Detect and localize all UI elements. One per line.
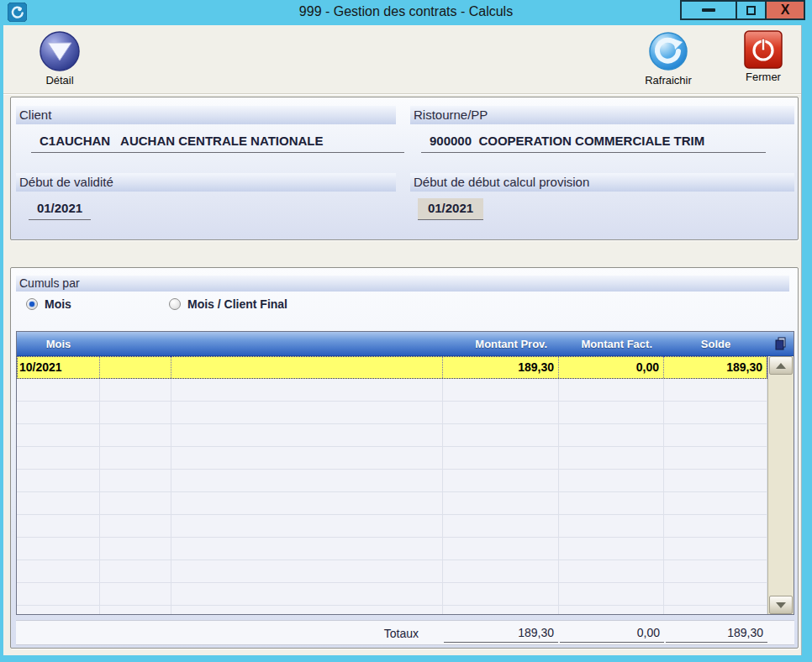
ristourne-field[interactable]: 900000 COOPERATION COMMERCIALE TRIM <box>421 131 766 153</box>
table-row-empty[interactable] <box>17 424 767 447</box>
cell <box>171 538 443 560</box>
cell <box>171 492 443 514</box>
radio-mois-client-final[interactable]: Mois / Client Final <box>169 297 287 311</box>
cell <box>443 492 559 514</box>
cell <box>443 515 559 537</box>
cell <box>100 356 171 378</box>
table-row-selected[interactable]: 10/2021189,300,00189,30 <box>17 356 767 379</box>
cell <box>443 424 559 446</box>
cell: 0,00 <box>559 356 664 378</box>
table-row-empty[interactable] <box>17 515 767 538</box>
fermer-button[interactable]: Fermer <box>733 30 794 92</box>
minimize-icon <box>702 8 715 12</box>
power-off-icon <box>744 30 783 69</box>
table-header: MoisMontant Prov.Montant Fact.Solde <box>17 332 794 356</box>
table-row-empty[interactable] <box>17 379 767 402</box>
table-row-empty[interactable] <box>17 447 767 470</box>
cell <box>443 470 559 491</box>
ristourne-label: Ristourne/PP <box>410 106 794 124</box>
arrow-down-icon <box>776 602 786 608</box>
table-row-empty[interactable] <box>17 470 767 492</box>
column-header-montant-fact-[interactable]: Montant Fact. <box>559 332 664 355</box>
column-header-mois[interactable]: Mois <box>17 332 100 355</box>
column-header-montant-prov-[interactable]: Montant Prov. <box>443 332 559 355</box>
arrow-up-icon <box>776 363 786 369</box>
cell <box>559 538 664 560</box>
scrollbar-down-button[interactable] <box>769 596 793 614</box>
cell <box>17 583 100 605</box>
detail-arrow-icon <box>39 30 81 72</box>
vertical-scrollbar[interactable] <box>767 356 794 614</box>
cell <box>17 470 100 491</box>
cell <box>559 379 664 401</box>
cell: 10/2021 <box>17 356 100 378</box>
cell <box>559 492 664 514</box>
table-row-empty[interactable] <box>17 560 767 583</box>
cell <box>664 424 767 446</box>
refresh-icon <box>647 30 689 72</box>
cell <box>100 492 171 514</box>
cell <box>100 379 171 401</box>
table-rows: 10/2021189,300,00189,30 <box>17 356 767 614</box>
totals-label: Totaux <box>16 624 442 643</box>
cell <box>664 402 767 423</box>
cell <box>17 424 100 446</box>
totals-row: Totaux 189,30 0,00 189,30 <box>16 620 794 645</box>
copy-icon <box>775 337 787 350</box>
cell <box>559 606 664 614</box>
header-icon-cell[interactable] <box>767 332 794 355</box>
cell <box>171 515 443 537</box>
table-row-empty[interactable] <box>17 402 767 424</box>
cell <box>100 424 171 446</box>
total-montant-prov: 189,30 <box>444 623 558 643</box>
cell <box>171 356 443 378</box>
client-label: Client <box>16 106 396 124</box>
cell <box>171 583 443 605</box>
cell <box>443 606 559 614</box>
cell <box>100 606 171 614</box>
column-header-blank[interactable] <box>100 332 171 355</box>
radio-mois[interactable]: Mois <box>26 297 71 311</box>
column-header-blank[interactable] <box>171 332 443 355</box>
minimize-button[interactable] <box>680 0 737 20</box>
cell <box>100 583 171 605</box>
cell <box>443 447 559 469</box>
cell <box>559 402 664 423</box>
table-row-empty[interactable] <box>17 492 767 515</box>
close-window-button[interactable]: X <box>765 0 805 20</box>
cell <box>17 447 100 469</box>
cell <box>171 447 443 469</box>
cell <box>559 424 664 446</box>
table-row-empty[interactable] <box>17 583 767 606</box>
detail-button[interactable]: Détail <box>24 30 96 92</box>
debut-calcul-field: 01/2021 <box>418 198 483 220</box>
cell <box>559 560 664 582</box>
column-header-solde[interactable]: Solde <box>664 332 767 355</box>
results-table: MoisMontant Prov.Montant Fact.Solde 10/2… <box>16 331 794 615</box>
debut-validite-field[interactable]: 01/2021 <box>29 198 91 220</box>
scrollbar-up-button[interactable] <box>769 356 793 375</box>
maximize-button[interactable] <box>736 0 767 20</box>
toolbar: Détail Rafraichir <box>3 25 801 94</box>
cell <box>559 447 664 469</box>
refresh-button[interactable]: Rafraichir <box>632 30 704 92</box>
cell <box>443 560 559 582</box>
cell: 189,30 <box>443 356 559 378</box>
cell <box>664 583 767 605</box>
client-field[interactable]: C1AUCHAN AUCHAN CENTRALE NATIONALE <box>31 131 404 153</box>
radio-circle-icon <box>26 298 38 310</box>
cell <box>664 470 767 491</box>
table-row-empty[interactable] <box>17 538 767 560</box>
cell <box>443 402 559 423</box>
radio-mois-label: Mois <box>45 297 71 311</box>
form-groupbox: Client Ristourne/PP C1AUCHAN AUCHAN CENT… <box>10 97 799 240</box>
titlebar: 999 - Gestion des contrats - Calculs X <box>0 0 812 25</box>
window-controls: X <box>682 0 805 20</box>
total-solde: 189,30 <box>666 623 767 643</box>
cell <box>100 470 171 491</box>
cell <box>559 470 664 491</box>
table-body: 10/2021189,300,00189,30 <box>17 356 794 614</box>
table-row-empty[interactable] <box>17 606 767 614</box>
fermer-button-label: Fermer <box>746 71 781 83</box>
cell <box>559 515 664 537</box>
